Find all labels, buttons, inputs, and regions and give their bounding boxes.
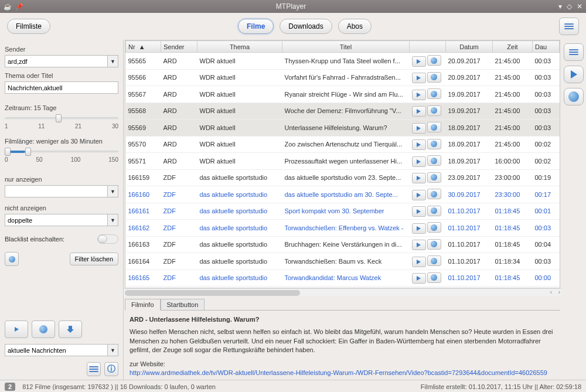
row-web-button[interactable] xyxy=(427,105,441,116)
row-web-button[interactable] xyxy=(427,255,441,266)
nur-anzeigen-dropdown-icon[interactable]: ▼ xyxy=(108,185,118,197)
row-web-button[interactable] xyxy=(427,222,441,233)
play-icon xyxy=(417,260,421,264)
row-web-button[interactable] xyxy=(427,189,441,199)
row-play-button[interactable] xyxy=(412,156,426,167)
row-play-button[interactable] xyxy=(412,223,426,234)
abos-tab-button[interactable]: Abos xyxy=(338,19,372,34)
row-web-button[interactable] xyxy=(427,172,441,183)
play-icon xyxy=(417,243,421,247)
blacklist-switch[interactable] xyxy=(97,234,118,244)
row-web-button[interactable] xyxy=(427,272,441,283)
filmliste-button[interactable]: Filmliste xyxy=(7,19,50,34)
row-play-button[interactable] xyxy=(412,273,426,284)
zeitraum-ticks: 1112130 xyxy=(5,123,118,129)
table-row[interactable]: 166159ZDFdas aktuelle sportstudiodas akt… xyxy=(126,169,560,186)
horizontal-scrollbar[interactable]: ‹› xyxy=(124,288,561,296)
row-web-button[interactable] xyxy=(427,239,441,250)
minimize-icon[interactable]: ▾ xyxy=(558,2,562,11)
status-badge: 2 xyxy=(5,383,15,391)
download-film-button[interactable] xyxy=(59,321,82,338)
zeitraum-slider[interactable] xyxy=(5,117,118,120)
sender-dropdown-icon[interactable]: ▼ xyxy=(108,55,118,67)
tab-startbutton[interactable]: Startbutton xyxy=(161,299,205,310)
table-row[interactable]: 95570ARDWDR aktuellZoo zwischen Artensch… xyxy=(126,136,560,153)
preset-dropdown-icon[interactable]: ▼ xyxy=(108,344,118,356)
info-link[interactable]: http://www.ardmediathek.de/tv/WDR-aktuel… xyxy=(130,369,547,376)
row-web-button[interactable] xyxy=(427,206,441,216)
blacklist-label: Blacklist einschalten: xyxy=(5,236,64,243)
col-play[interactable] xyxy=(410,41,446,53)
row-play-button[interactable] xyxy=(412,257,426,267)
sender-input[interactable] xyxy=(5,55,108,67)
table-row[interactable]: 95565ARDWDR aktuellThyssen-Krupp und Tat… xyxy=(126,53,560,70)
row-play-button[interactable] xyxy=(412,206,426,217)
play-icon xyxy=(417,93,421,97)
col-titel[interactable]: Titel xyxy=(282,41,410,53)
table-row[interactable]: 95571ARDWDR aktuellProzessauftakt wegen … xyxy=(126,153,560,170)
row-web-button[interactable] xyxy=(427,55,441,66)
row-web-button[interactable] xyxy=(427,155,441,166)
col-sender[interactable]: Sender xyxy=(161,41,197,53)
table-row[interactable]: 166160ZDFdas aktuelle sportstudiodas akt… xyxy=(126,186,560,203)
table-row[interactable]: 166161ZDFdas aktuelle sportstudioSport k… xyxy=(126,203,560,220)
right-record-button[interactable] xyxy=(564,88,584,105)
row-play-button[interactable] xyxy=(412,173,426,183)
info-link-label: zur Website: xyxy=(130,360,556,369)
col-thema[interactable]: Thema xyxy=(197,41,282,53)
thema-input[interactable] xyxy=(5,81,118,94)
col-nr[interactable]: Nr ▲ xyxy=(126,41,161,53)
row-play-button[interactable] xyxy=(412,123,426,134)
right-menu-button[interactable] xyxy=(564,43,584,61)
table-row[interactable]: 166165ZDFdas aktuelle sportstudioTorwand… xyxy=(126,270,560,287)
row-play-button[interactable] xyxy=(412,190,426,200)
table-row[interactable]: 166164ZDFdas aktuelle sportstudioTorwand… xyxy=(126,253,560,270)
col-zeit[interactable]: Zeit xyxy=(493,41,533,53)
right-play-button[interactable] xyxy=(564,66,584,83)
detail-tabs: Filminfo Startbutton xyxy=(125,299,560,311)
row-web-button[interactable] xyxy=(427,122,441,132)
tab-filminfo[interactable]: Filminfo xyxy=(125,299,161,311)
table-row[interactable]: 166162ZDFdas aktuelle sportstudioTorwand… xyxy=(126,220,560,237)
row-web-button[interactable] xyxy=(427,72,441,83)
filme-tab-button[interactable]: Filme xyxy=(238,19,274,34)
table-row[interactable]: 166163ZDFdas aktuelle sportstudioBruchha… xyxy=(126,236,560,253)
status-bar: 2 812 Filme (insgesamt: 197632 ) || 16 D… xyxy=(0,380,586,392)
filmlaenge-slider[interactable] xyxy=(5,151,118,153)
table-row[interactable]: 95567ARDWDR aktuellRyanair streicht Flüg… xyxy=(126,86,560,103)
row-play-button[interactable] xyxy=(412,56,426,67)
menu-icon xyxy=(569,49,578,55)
globe-filter-button[interactable] xyxy=(5,252,19,266)
col-datum[interactable]: Datum xyxy=(446,41,493,53)
film-table-wrap[interactable]: Nr ▲ Sender Thema Titel Datum Zeit Dau 9… xyxy=(125,40,560,288)
table-row[interactable]: 95569ARDWDR aktuellUnterlassene Hilfelei… xyxy=(126,120,560,137)
status-right: Filmliste erstellt: 01.10.2017, 11:15 Uh… xyxy=(421,383,581,390)
nicht-anzeigen-dropdown-icon[interactable]: ▼ xyxy=(108,214,118,226)
app-icon: ☕ xyxy=(4,3,12,11)
table-row[interactable]: 95566ARDWDR aktuellVorfahrt für's Fahrra… xyxy=(126,69,560,86)
downloads-tab-button[interactable]: Downloads xyxy=(280,19,332,34)
main-toolbar: Filmliste Filme Downloads Abos xyxy=(0,13,586,40)
record-film-button[interactable] xyxy=(32,321,55,338)
row-web-button[interactable] xyxy=(427,88,441,99)
nicht-anzeigen-input[interactable] xyxy=(5,214,108,226)
row-play-button[interactable] xyxy=(412,90,426,100)
row-web-button[interactable] xyxy=(427,139,441,149)
play-film-button[interactable] xyxy=(5,321,28,338)
filter-loeschen-button[interactable]: Filter löschen xyxy=(70,253,118,265)
col-dauer[interactable]: Dau xyxy=(533,41,560,53)
row-play-button[interactable] xyxy=(412,73,426,83)
info-help-button[interactable]: ⓘ xyxy=(104,362,118,376)
table-row[interactable]: 95568ARDWDR aktuellWoche der Demenz: Fil… xyxy=(126,103,560,120)
nur-anzeigen-input[interactable] xyxy=(5,185,108,197)
preset-input[interactable] xyxy=(5,344,108,356)
close-icon[interactable]: ✕ xyxy=(577,2,582,11)
maximize-icon[interactable]: ◇ xyxy=(567,2,572,11)
globe-icon xyxy=(568,91,579,102)
row-play-button[interactable] xyxy=(412,106,426,117)
menu-button[interactable] xyxy=(559,18,579,35)
pin-icon[interactable]: 📌 xyxy=(15,3,23,11)
row-play-button[interactable] xyxy=(412,139,426,150)
row-play-button[interactable] xyxy=(412,240,426,250)
list-mode-button[interactable] xyxy=(87,362,101,376)
